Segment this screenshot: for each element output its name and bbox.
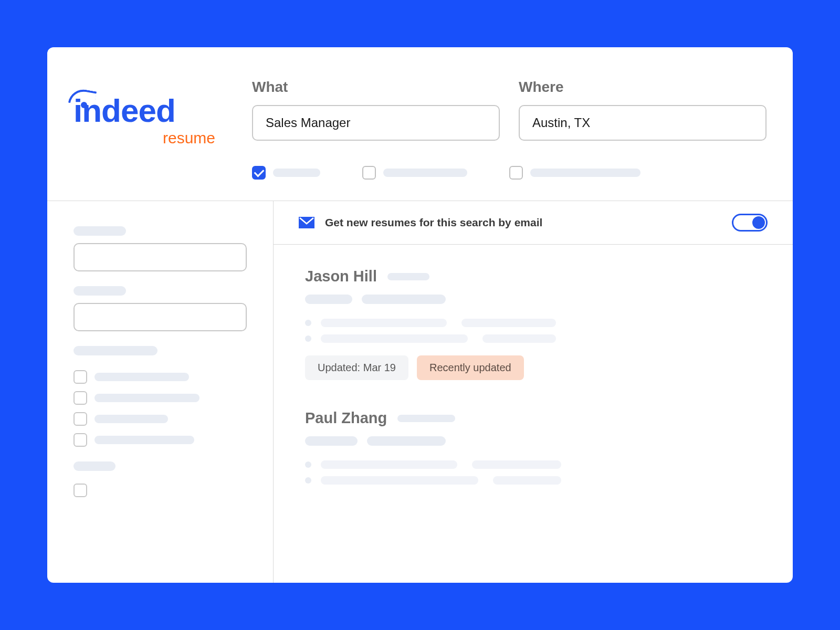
sidebar-check-label-placeholder: [94, 436, 194, 444]
alert-text: Get new resumes for this search by email: [325, 216, 721, 229]
sidebar-check-row: [74, 433, 247, 447]
sidebar-check-label-placeholder: [94, 415, 168, 423]
sidebar: [47, 201, 273, 583]
logo-dot-icon: [81, 102, 87, 108]
mail-icon: [299, 217, 314, 228]
bullet-icon: [305, 335, 311, 342]
filter-label-placeholder: [273, 169, 320, 177]
filter-row: [47, 147, 793, 201]
what-label: What: [252, 79, 500, 96]
sidebar-check-row: [74, 412, 247, 426]
sidebar-checkbox[interactable]: [74, 391, 87, 405]
filter-checkbox-2[interactable]: [362, 166, 376, 180]
filter-checkbox-3[interactable]: [509, 166, 523, 180]
candidate-meta-placeholder: [397, 415, 455, 422]
search-fields: What Where: [252, 79, 766, 141]
detail-placeholder: [321, 460, 457, 469]
where-label: Where: [519, 79, 766, 96]
candidate-name: Jason Hill: [305, 268, 377, 285]
candidate-detail-row: [305, 460, 761, 469]
candidate-sub-row: [305, 295, 761, 304]
candidate-sub-placeholder: [305, 436, 358, 446]
where-field-group: Where: [519, 79, 766, 141]
toggle-knob: [752, 216, 765, 229]
sidebar-checkbox[interactable]: [74, 433, 87, 447]
email-alert-bar: Get new resumes for this search by email: [274, 201, 793, 245]
sidebar-label-placeholder: [74, 286, 126, 296]
sidebar-check-row: [74, 391, 247, 405]
email-alert-toggle[interactable]: [732, 214, 768, 232]
main-panel: Get new resumes for this search by email…: [273, 201, 793, 583]
sidebar-input-1[interactable]: [74, 243, 247, 271]
filter-item-1: [252, 166, 320, 180]
updated-badge: Updated: Mar 19: [305, 355, 408, 380]
sidebar-label-placeholder: [74, 226, 126, 236]
logo-text: indeed: [74, 94, 226, 127]
where-input[interactable]: [519, 105, 766, 141]
app-window: indeed resume What Where: [47, 47, 793, 583]
candidate-sub-placeholder: [362, 295, 446, 304]
candidate-detail-row: [305, 476, 761, 485]
bullet-icon: [305, 461, 311, 468]
sidebar-checkbox[interactable]: [74, 412, 87, 426]
bullet-icon: [305, 477, 311, 484]
detail-placeholder: [321, 476, 478, 485]
sidebar-checkbox[interactable]: [74, 370, 87, 384]
filter-checkbox-1[interactable]: [252, 166, 266, 180]
detail-placeholder: [482, 334, 556, 343]
sidebar-check-row: [74, 484, 247, 497]
sidebar-input-2[interactable]: [74, 303, 247, 331]
logo: indeed resume: [74, 79, 226, 147]
filter-item-3: [509, 166, 640, 180]
sidebar-label-placeholder: [74, 461, 116, 471]
sidebar-check-row: [74, 370, 247, 384]
results-list: Jason Hill: [274, 245, 793, 537]
candidate-name-row: Jason Hill: [305, 268, 761, 285]
candidate-sub-row: [305, 436, 761, 446]
what-field-group: What: [252, 79, 500, 141]
candidate-card[interactable]: Jason Hill: [305, 268, 761, 380]
bullet-icon: [305, 320, 311, 326]
badge-row: Updated: Mar 19 Recently updated: [305, 355, 761, 380]
sidebar-label-placeholder: [74, 346, 158, 355]
sidebar-check-label-placeholder: [94, 373, 189, 381]
candidate-meta-placeholder: [387, 273, 429, 280]
header: indeed resume What Where: [47, 47, 793, 147]
sidebar-checkbox[interactable]: [74, 484, 87, 497]
candidate-name: Paul Zhang: [305, 410, 387, 427]
what-input[interactable]: [252, 105, 500, 141]
detail-placeholder: [321, 334, 468, 343]
filter-item-2: [362, 166, 467, 180]
detail-placeholder: [493, 476, 561, 485]
candidate-sub-placeholder: [367, 436, 446, 446]
candidate-sub-placeholder: [305, 295, 352, 304]
filter-label-placeholder: [530, 169, 640, 177]
candidate-name-row: Paul Zhang: [305, 410, 761, 427]
recently-updated-badge: Recently updated: [417, 355, 524, 380]
detail-placeholder: [472, 460, 561, 469]
candidate-card[interactable]: Paul Zhang: [305, 410, 761, 485]
logo-subtext: resume: [74, 129, 226, 147]
candidate-detail-row: [305, 319, 761, 327]
filter-label-placeholder: [383, 169, 467, 177]
candidate-detail-row: [305, 334, 761, 343]
detail-placeholder: [461, 319, 556, 327]
sidebar-check-label-placeholder: [94, 394, 200, 402]
content-area: Get new resumes for this search by email…: [47, 201, 793, 583]
detail-placeholder: [321, 319, 447, 327]
